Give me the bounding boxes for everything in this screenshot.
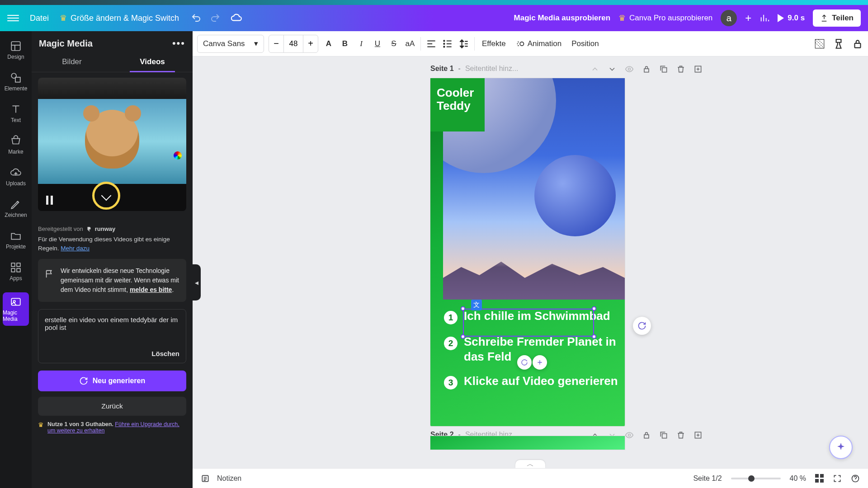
rail-brand[interactable]: Marke: [0, 132, 32, 158]
notes-button[interactable]: Notizen: [217, 474, 241, 483]
transparency-button[interactable]: [814, 38, 826, 50]
tab-videos[interactable]: Videos: [112, 52, 193, 72]
page-visibility-button[interactable]: [625, 65, 634, 74]
insights-icon[interactable]: [760, 13, 769, 23]
svg-point-11: [443, 46, 444, 47]
selection-handle-sw[interactable]: [461, 334, 465, 339]
page-2[interactable]: [430, 436, 625, 450]
text-color-button[interactable]: A: [323, 38, 335, 50]
play-icon: [778, 14, 784, 22]
show-pages-tab[interactable]: ︿: [515, 460, 545, 468]
main-menu-button[interactable]: [7, 12, 19, 24]
selection-handle-ne[interactable]: [592, 306, 596, 311]
title-text-box[interactable]: CoolerTeddy: [430, 78, 485, 131]
rotate-handle[interactable]: [517, 355, 532, 370]
grid-view-button[interactable]: [815, 474, 824, 483]
rail-magic-media[interactable]: Magic Media: [3, 292, 29, 326]
rail-elements[interactable]: Elemente: [0, 69, 32, 94]
tab-images[interactable]: Bilder: [32, 52, 112, 72]
page2-duplicate-button[interactable]: [659, 431, 668, 440]
rules-more-link[interactable]: Mehr dazu: [61, 245, 90, 252]
try-magic-media[interactable]: Magic Media ausprobieren: [514, 14, 611, 23]
present-button[interactable]: 9.0 s: [778, 14, 805, 23]
page-title-input[interactable]: Seitentitel hinz...: [465, 65, 518, 73]
copy-style-button[interactable]: [833, 38, 844, 50]
svg-rect-2: [15, 77, 20, 82]
page-1[interactable]: CoolerTeddy 1Ich chille im Schwimmbad 2S…: [430, 78, 625, 426]
font-size-increase[interactable]: +: [303, 35, 318, 52]
refresh-icon: [79, 376, 88, 385]
font-size-input[interactable]: [283, 35, 303, 52]
file-menu[interactable]: Datei: [30, 14, 49, 23]
assistant-fab[interactable]: [829, 436, 853, 459]
list-button[interactable]: [442, 38, 453, 50]
delete-page-button[interactable]: [676, 65, 685, 74]
credits-notice: ♛ Nutze 1 von 3 Guthaben. Führe ein Upgr…: [38, 421, 186, 434]
generated-video-card[interactable]: [38, 78, 186, 211]
shapes-icon: [10, 72, 22, 84]
text-case-button[interactable]: aA: [404, 38, 416, 50]
pencil-icon: [10, 198, 22, 210]
animation-button[interactable]: Animation: [513, 39, 565, 48]
fullscreen-button[interactable]: [833, 474, 842, 483]
video-thumbnail: [38, 78, 186, 184]
crown-icon: ♛: [618, 13, 626, 23]
rail-text[interactable]: Text: [0, 101, 32, 126]
step-3-text[interactable]: Klicke auf Video generieren: [464, 374, 618, 389]
color-wheel-icon: [174, 151, 182, 160]
collapse-panel-tab[interactable]: ◂: [193, 264, 201, 300]
rail-design[interactable]: Design: [0, 38, 32, 63]
upload-icon: [820, 14, 828, 22]
font-size-stepper[interactable]: − +: [269, 35, 318, 53]
zoom-slider[interactable]: [731, 478, 781, 479]
selection-handle-nw[interactable]: [461, 306, 465, 311]
share-button[interactable]: Teilen: [813, 9, 861, 27]
panel-more-button[interactable]: •••: [172, 38, 185, 49]
position-button[interactable]: Position: [569, 39, 601, 48]
page2-delete-button[interactable]: [676, 431, 685, 440]
refresh-content-button[interactable]: [633, 317, 651, 335]
redo-icon[interactable]: [210, 13, 221, 23]
page2-lock-button[interactable]: [642, 431, 651, 440]
bold-button[interactable]: B: [339, 38, 351, 50]
help-button[interactable]: [851, 474, 860, 483]
report-link[interactable]: melde es bitte: [130, 286, 172, 293]
back-button[interactable]: Zurück: [38, 397, 186, 416]
svg-rect-3: [11, 263, 15, 267]
translate-badge-icon[interactable]: 文: [471, 300, 482, 310]
resize-handle[interactable]: [533, 355, 547, 370]
font-size-decrease[interactable]: −: [269, 35, 283, 52]
try-canva-pro[interactable]: ♛Canva Pro ausprobieren: [618, 13, 712, 23]
font-select[interactable]: Canva Sans▾: [197, 35, 264, 53]
lock-button[interactable]: [852, 38, 863, 50]
prompt-input[interactable]: erstelle ein video von einem teddybär de…: [38, 309, 186, 363]
page-up-button[interactable]: [590, 65, 599, 74]
undo-icon[interactable]: [191, 13, 202, 23]
regenerate-button[interactable]: Neu generieren: [38, 371, 186, 391]
text-align-button[interactable]: [425, 38, 437, 50]
italic-button[interactable]: I: [355, 38, 367, 50]
effects-button[interactable]: Effekte: [479, 39, 509, 48]
rail-projects[interactable]: Projekte: [0, 227, 32, 253]
add-member-button[interactable]: +: [745, 12, 751, 24]
rail-draw[interactable]: Zeichnen: [0, 196, 32, 221]
rail-apps[interactable]: Apps: [0, 259, 32, 284]
clear-prompt-button[interactable]: Löschen: [151, 350, 179, 357]
underline-button[interactable]: U: [372, 38, 383, 50]
avatar[interactable]: a: [721, 10, 737, 26]
pause-button[interactable]: [46, 196, 53, 205]
rail-uploads[interactable]: Uploads: [0, 164, 32, 189]
selection-handle-se[interactable]: [592, 334, 596, 339]
duplicate-page-button[interactable]: [659, 65, 668, 74]
add-page-button[interactable]: [693, 65, 703, 74]
panel-title: Magic Media: [39, 38, 93, 49]
page2-visibility-button[interactable]: [625, 431, 634, 440]
svg-point-9: [443, 40, 444, 41]
resize-magic-switch[interactable]: ♛ Größe ändern & Magic Switch: [60, 13, 179, 23]
page-lock-button[interactable]: [642, 65, 651, 74]
spacing-button[interactable]: [458, 38, 470, 50]
page-down-button[interactable]: [608, 65, 617, 74]
page2-add-button[interactable]: [693, 431, 703, 440]
crown-icon: ♛: [60, 13, 67, 23]
strikethrough-button[interactable]: S: [388, 38, 400, 50]
